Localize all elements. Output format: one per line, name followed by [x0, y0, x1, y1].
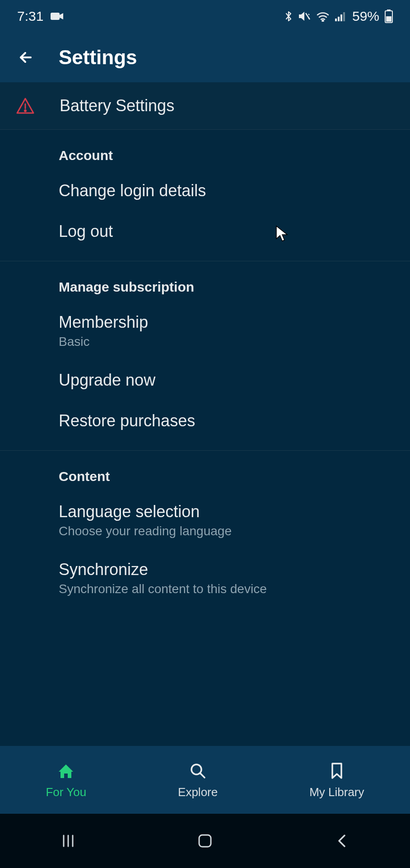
svg-point-11 — [25, 110, 26, 112]
language-sub: Choose your reading language — [59, 524, 395, 538]
mute-icon — [298, 10, 311, 22]
status-right: 59% — [284, 9, 393, 24]
tab-my-library[interactable]: My Library — [309, 761, 364, 799]
search-icon — [188, 761, 208, 781]
restore-row[interactable]: Restore purchases — [0, 401, 410, 441]
page-title: Settings — [59, 46, 137, 69]
svg-rect-0 — [51, 13, 60, 20]
svg-line-1 — [306, 13, 310, 19]
section-header-content: Content — [0, 451, 410, 491]
battery-settings-row[interactable]: Battery Settings — [0, 82, 410, 130]
status-bar: 7:31 59% — [0, 0, 410, 33]
svg-line-13 — [200, 774, 205, 778]
home-icon — [56, 761, 76, 781]
membership-row[interactable]: Membership Basic — [0, 302, 410, 360]
upgrade-label: Upgrade now — [59, 371, 395, 390]
log-out-row[interactable]: Log out — [0, 211, 410, 252]
bookmark-icon — [327, 761, 347, 781]
bottom-tab-bar: For You Explore My Library — [0, 746, 410, 814]
language-row[interactable]: Language selection Choose your reading l… — [0, 491, 410, 549]
tab-for-you[interactable]: For You — [46, 761, 86, 799]
camera-icon — [51, 12, 63, 21]
chevron-left-icon — [335, 832, 348, 850]
section-subscription: Manage subscription Membership Basic Upg… — [0, 261, 410, 451]
battery-settings-label: Battery Settings — [60, 96, 174, 115]
change-login-row[interactable]: Change login details — [0, 170, 410, 211]
battery-percent: 59% — [352, 9, 379, 24]
section-header-account: Account — [0, 130, 410, 170]
system-nav-bar — [0, 814, 410, 868]
tab-for-you-label: For You — [46, 785, 86, 799]
sys-recents-button[interactable] — [56, 828, 81, 854]
status-left: 7:31 — [17, 9, 63, 24]
synchronize-sub: Synchronize all content to this device — [59, 582, 395, 596]
bluetooth-icon — [284, 10, 293, 23]
svg-rect-17 — [199, 835, 211, 847]
svg-point-2 — [322, 20, 323, 22]
sys-back-button[interactable] — [329, 828, 354, 854]
warning-icon — [15, 96, 35, 116]
svg-rect-9 — [386, 16, 391, 22]
status-time: 7:31 — [17, 9, 43, 24]
wifi-icon — [316, 11, 330, 22]
tab-explore-label: Explore — [178, 785, 218, 799]
restore-label: Restore purchases — [59, 411, 395, 430]
svg-rect-3 — [335, 19, 337, 21]
recents-icon — [60, 833, 76, 849]
section-account: Account Change login details Log out — [0, 130, 410, 261]
svg-point-12 — [191, 764, 201, 774]
back-button[interactable] — [15, 47, 37, 68]
section-content: Content Language selection Choose your r… — [0, 451, 410, 607]
language-label: Language selection — [59, 502, 395, 521]
change-login-label: Change login details — [59, 181, 395, 200]
log-out-label: Log out — [59, 222, 395, 241]
signal-icon — [335, 11, 347, 21]
tab-my-library-label: My Library — [309, 785, 364, 799]
app-header: Settings — [0, 33, 410, 82]
arrow-left-icon — [17, 48, 35, 66]
battery-icon — [385, 9, 393, 23]
sys-home-button[interactable] — [192, 828, 218, 854]
svg-rect-4 — [338, 17, 340, 21]
section-header-subscription: Manage subscription — [0, 261, 410, 302]
synchronize-label: Synchronize — [59, 560, 395, 579]
membership-value: Basic — [59, 335, 395, 349]
tab-explore[interactable]: Explore — [178, 761, 218, 799]
synchronize-row[interactable]: Synchronize Synchronize all content to t… — [0, 549, 410, 607]
membership-label: Membership — [59, 313, 395, 332]
upgrade-row[interactable]: Upgrade now — [0, 360, 410, 401]
settings-content: Battery Settings Account Change login de… — [0, 82, 410, 746]
home-square-icon — [196, 832, 214, 850]
svg-rect-5 — [340, 14, 342, 21]
svg-rect-6 — [343, 12, 345, 21]
